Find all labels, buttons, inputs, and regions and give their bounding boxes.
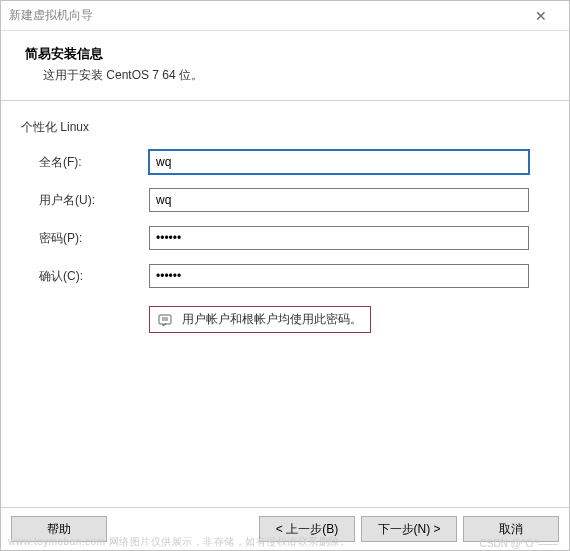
titlebar: 新建虚拟机向导 ✕ [1, 1, 569, 31]
close-button[interactable]: ✕ [521, 2, 561, 30]
wizard-window: 新建虚拟机向导 ✕ 简易安装信息 这用于安装 CentOS 7 64 位。 个性… [0, 0, 570, 551]
window-title: 新建虚拟机向导 [9, 7, 521, 24]
password-label: 密码(P): [39, 230, 149, 247]
watermark-left: www.toymoban.com 网络图片仅供展示，非存储，如有侵权请联系删除。 [8, 535, 350, 549]
close-icon: ✕ [535, 8, 547, 24]
fullname-input[interactable] [149, 150, 529, 174]
info-icon [158, 313, 174, 327]
notice-text: 用户帐户和根帐户均使用此密码。 [182, 311, 362, 328]
section-title: 个性化 Linux [21, 119, 549, 136]
fullname-row: 全名(F): [21, 150, 549, 174]
fullname-label: 全名(F): [39, 154, 149, 171]
content-area: 个性化 Linux 全名(F): 用户名(U): 密码(P): 确认(C): [1, 101, 569, 507]
confirm-label: 确认(C): [39, 268, 149, 285]
username-input[interactable] [149, 188, 529, 212]
confirm-row: 确认(C): [21, 264, 549, 288]
header-subtitle: 这用于安装 CentOS 7 64 位。 [25, 67, 545, 84]
password-row: 密码(P): [21, 226, 549, 250]
header-title: 简易安装信息 [25, 45, 545, 63]
watermark-right: CSDN @^O^—— [480, 538, 558, 549]
password-notice: 用户帐户和根帐户均使用此密码。 [149, 306, 371, 333]
confirm-input[interactable] [149, 264, 529, 288]
username-row: 用户名(U): [21, 188, 549, 212]
next-button[interactable]: 下一步(N) > [361, 516, 457, 542]
header: 简易安装信息 这用于安装 CentOS 7 64 位。 [1, 31, 569, 101]
username-label: 用户名(U): [39, 192, 149, 209]
password-input[interactable] [149, 226, 529, 250]
